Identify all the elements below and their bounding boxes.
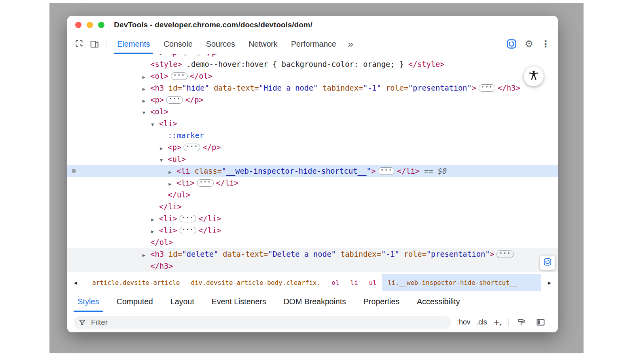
- adorner-picker-badge[interactable]: [540, 255, 555, 270]
- code-token-attr: tabindex=: [336, 250, 381, 258]
- code-token-tag: <h3: [150, 83, 164, 92]
- breadcrumb-item[interactable]: li.__web-inspector-hide-shortcut__: [382, 274, 541, 291]
- code-token-tag: </p>: [185, 273, 203, 274]
- breadcrumb-scroll-left-icon[interactable]: ◀: [67, 274, 84, 291]
- code-token-tag: <h3: [150, 250, 164, 258]
- plus-icon: +: [494, 318, 500, 327]
- paint-roller-icon[interactable]: [515, 318, 528, 327]
- styles-tab-computed[interactable]: Computed: [108, 291, 161, 312]
- code-token-tag: <p>: [168, 143, 181, 152]
- dom-tree-row[interactable]: ▶<ol>···</ol>: [67, 70, 558, 82]
- dom-tree-row[interactable]: ▶<li>···</li>: [67, 177, 558, 189]
- code-token-attr: data-text=: [218, 250, 268, 258]
- dom-tree-row[interactable]: ▼<ol>: [67, 106, 558, 118]
- dom-tree-row[interactable]: ▶<li class="__web-inspector-hide-shortcu…: [67, 165, 558, 177]
- styles-tab-styles[interactable]: Styles: [69, 291, 108, 312]
- collapse-arrow-icon[interactable]: ▼: [160, 154, 168, 166]
- expand-children-button[interactable]: ···: [197, 179, 214, 187]
- style-filter-input[interactable]: [90, 318, 446, 327]
- dom-tree-row[interactable]: ▶<p>···</p>: [67, 54, 558, 58]
- expand-arrow-icon[interactable]: ▶: [142, 273, 150, 274]
- code-token-val: "Delete a node": [268, 250, 336, 258]
- tab-performance[interactable]: Performance: [284, 34, 343, 54]
- code-token-tag: </h3>: [150, 262, 173, 270]
- tab-console[interactable]: Console: [157, 34, 199, 54]
- code-token-val: "__web-inspector-hide-shortcut__": [222, 167, 371, 175]
- devtools-window: DevTools - developer.chrome.com/docs/dev…: [67, 16, 558, 332]
- new-style-rule-button[interactable]: + ▾: [494, 318, 502, 327]
- dom-tree-row[interactable]: ▶<li>···</li>: [67, 212, 558, 224]
- breadcrumb: article.devsite-articlediv.devsite-artic…: [84, 274, 541, 291]
- dom-tree-row[interactable]: </ul>: [67, 189, 558, 201]
- dom-tree-row[interactable]: </ol>: [67, 236, 558, 248]
- minimize-window-button[interactable]: [87, 22, 93, 28]
- expand-arrow-icon[interactable]: ▶: [169, 178, 176, 190]
- breadcrumb-scroll-right-icon[interactable]: ▶: [541, 274, 558, 291]
- expand-arrow-icon[interactable]: ▶: [142, 249, 150, 261]
- expand-children-button[interactable]: ···: [184, 54, 200, 56]
- expand-children-button[interactable]: ···: [171, 72, 188, 80]
- styles-tab-dom-breakpoints[interactable]: DOM Breakpoints: [275, 291, 355, 312]
- dom-tree-row[interactable]: ▶<h3 id="hide" data-text="Hide a node" t…: [67, 82, 558, 94]
- dom-tree-row[interactable]: ▶<h3 id="delete" data-text="Delete a nod…: [67, 248, 558, 260]
- zoom-window-button[interactable]: [98, 22, 104, 28]
- breadcrumb-item[interactable]: ol: [326, 274, 345, 291]
- breadcrumb-item[interactable]: li: [345, 274, 363, 291]
- settings-gear-icon[interactable]: ⚙: [522, 38, 536, 49]
- expand-children-button[interactable]: ···: [180, 215, 196, 222]
- accessibility-floating-button[interactable]: [524, 66, 544, 86]
- expand-children-button[interactable]: ···: [479, 84, 495, 92]
- more-tabs-icon[interactable]: »: [343, 34, 358, 54]
- expand-children-button[interactable]: ···: [378, 167, 394, 175]
- styles-tab-layout[interactable]: Layout: [162, 291, 203, 312]
- dom-tree-row[interactable]: ▶<p>···</p>: [67, 141, 558, 153]
- kebab-menu-icon[interactable]: ⋮: [539, 38, 552, 49]
- styles-tab-event-listeners[interactable]: Event Listeners: [203, 291, 275, 312]
- breadcrumb-item[interactable]: ul: [364, 274, 382, 291]
- styles-tab-accessibility[interactable]: Accessibility: [408, 291, 469, 312]
- dock-side-toggle-icon[interactable]: [534, 317, 548, 327]
- dom-tree-row[interactable]: ▶<li>···</li>: [67, 224, 558, 236]
- code-token-attr: id=: [164, 250, 182, 258]
- device-toolbar-icon[interactable]: [88, 34, 101, 54]
- expand-arrow-icon[interactable]: ▶: [142, 95, 150, 107]
- dom-tree-row[interactable]: ::marker: [67, 129, 558, 141]
- tab-network[interactable]: Network: [242, 34, 284, 54]
- breadcrumb-item[interactable]: div.devsite-article-body.clearfix.: [186, 274, 326, 291]
- dom-tree-row[interactable]: ▼<ul>: [67, 153, 558, 165]
- close-window-button[interactable]: [75, 22, 81, 28]
- toggle-classes-button[interactable]: .cls: [476, 318, 487, 326]
- expand-children-button[interactable]: ···: [180, 227, 196, 234]
- code-token-tag: >: [371, 167, 375, 175]
- dom-tree-row[interactable]: ▼<li>: [67, 118, 558, 129]
- code-token-tag: >: [490, 250, 494, 258]
- style-filter-field[interactable]: [74, 316, 451, 329]
- expand-arrow-icon[interactable]: ▶: [142, 83, 150, 95]
- dom-tree-row[interactable]: </li>: [67, 201, 558, 212]
- toggle-element-state-button[interactable]: :hov: [457, 318, 470, 326]
- styles-tab-properties[interactable]: Properties: [355, 291, 408, 312]
- expand-children-button[interactable]: ···: [497, 250, 513, 258]
- dom-tree-row[interactable]: ▶<p>···</p>: [67, 272, 558, 274]
- expand-arrow-icon[interactable]: ▶: [160, 142, 168, 154]
- expand-children-button[interactable]: ···: [184, 144, 200, 151]
- expand-arrow-icon[interactable]: ▶: [151, 226, 159, 237]
- code-token-tag: <li>: [159, 214, 177, 223]
- collapse-arrow-icon[interactable]: ▼: [151, 119, 159, 131]
- tab-elements[interactable]: Elements: [110, 34, 157, 54]
- inspect-element-icon[interactable]: [73, 34, 86, 54]
- tab-sources[interactable]: Sources: [199, 34, 242, 54]
- dom-tree-row[interactable]: </h3>: [67, 260, 558, 272]
- collapse-arrow-icon[interactable]: ▼: [142, 107, 150, 119]
- expand-arrow-icon[interactable]: ▶: [169, 166, 176, 178]
- dom-tree-row[interactable]: ▶<p>···</p>: [67, 94, 558, 106]
- expand-arrow-icon[interactable]: ▶: [151, 214, 159, 226]
- expand-arrow-icon[interactable]: ▶: [142, 71, 150, 83]
- element-picker-active-icon[interactable]: [505, 38, 518, 49]
- expand-children-button[interactable]: ···: [166, 96, 183, 104]
- breadcrumb-bar: ◀ article.devsite-articlediv.devsite-art…: [67, 274, 558, 291]
- breadcrumb-item[interactable]: article.devsite-article: [87, 274, 186, 291]
- dom-tree-row[interactable]: <style> .demo--hover:hover { background-…: [67, 58, 558, 70]
- code-token-tag: </p>: [203, 143, 221, 152]
- toolbar-spacer: [358, 34, 504, 54]
